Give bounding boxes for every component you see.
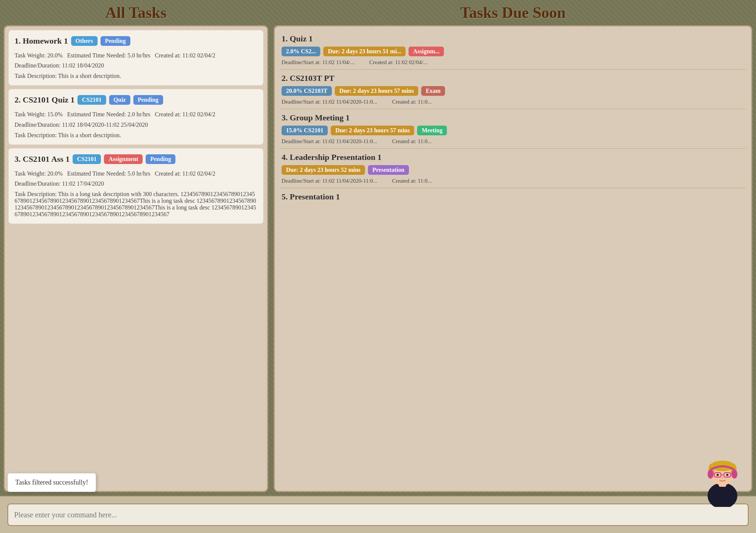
- due-task-badges: Due: 2 days 23 hours 52 minsPresentation: [282, 165, 744, 175]
- due-deadline: Deadline/Start at: 11:02 11/04/2020-11:0…: [282, 138, 377, 145]
- right-panel-title: Tasks Due Soon: [274, 4, 752, 22]
- due-task-badge[interactable]: Presentation: [368, 165, 409, 175]
- svg-point-11: [721, 477, 724, 479]
- svg-point-12: [708, 470, 714, 479]
- due-task-card: 4. Leadership Presentation 1Due: 2 days …: [280, 149, 746, 188]
- task-header: 1. Homework 1OthersPending: [15, 36, 257, 46]
- due-task-title: 2. CS2103T PT: [282, 73, 744, 83]
- task-badge[interactable]: Pending: [133, 95, 163, 105]
- due-task-badges: 20.0% CS2103TDue: 2 days 23 hours 57 min…: [282, 86, 744, 96]
- due-task-badge[interactable]: 2.0% CS2...: [282, 47, 320, 56]
- due-task-badges: 15.0% CS2101Due: 2 days 23 hours 57 mins…: [282, 126, 744, 135]
- due-task-badges: 2.0% CS2...Due: 2 days 23 hours 51 mi...…: [282, 47, 744, 56]
- svg-point-10: [726, 474, 728, 476]
- task-info: Task Weight: 20.0% Estimated Time Needed…: [15, 50, 257, 70]
- bottom-bar: Tasks filtered successfully!: [0, 496, 756, 533]
- toast-notification: Tasks filtered successfully!: [7, 473, 96, 492]
- task-description: Task Description: This is a long task de…: [15, 191, 257, 218]
- task-title: 3. CS2101 Ass 1: [15, 154, 70, 164]
- due-task-badge[interactable]: Assignm...: [409, 47, 444, 56]
- task-badge[interactable]: CS2101: [77, 95, 106, 105]
- due-deadline: Deadline/Start at: 11:02 11/04/2020-11:0…: [282, 178, 377, 184]
- due-task-title: 5. Presentation 1: [282, 192, 744, 202]
- due-created: Created at: 11:0...: [392, 99, 432, 105]
- due-task-card: 1. Quiz 12.0% CS2...Due: 2 days 23 hours…: [280, 30, 746, 70]
- due-task-badge[interactable]: 20.0% CS2103T: [282, 86, 332, 96]
- task-title: 2. CS2101 Quiz 1: [15, 95, 74, 105]
- due-created: Created at: 11:0...: [392, 178, 432, 184]
- due-task-badge[interactable]: Exam: [421, 86, 445, 96]
- task-card: 2. CS2101 Quiz 1CS2101QuizPendingTask We…: [9, 89, 263, 144]
- left-panel-title: All Tasks: [4, 4, 268, 22]
- task-badge[interactable]: Pending: [146, 154, 175, 164]
- due-task-badge[interactable]: 15.0% CS2101: [282, 126, 328, 135]
- task-title: 1. Homework 1: [15, 36, 68, 46]
- due-task-title: 4. Leadership Presentation 1: [282, 152, 744, 162]
- due-task-badge[interactable]: Meeting: [417, 126, 447, 135]
- due-task-title: 1. Quiz 1: [282, 34, 744, 44]
- due-task-card: 2. CS2103T PT20.0% CS2103TDue: 2 days 23…: [280, 70, 746, 109]
- due-task-badge[interactable]: Due: 2 days 23 hours 51 mi...: [323, 47, 406, 56]
- task-header: 2. CS2101 Quiz 1CS2101QuizPending: [15, 95, 257, 105]
- task-badge[interactable]: Assignment: [104, 154, 143, 164]
- due-task-meta: Deadline/Start at: 11:02 11/04/2020-11:0…: [282, 178, 744, 184]
- task-badge[interactable]: Pending: [101, 36, 130, 46]
- task-description: Task Description: This is a short descri…: [15, 132, 257, 139]
- due-created: Created at: 11:0...: [392, 138, 432, 145]
- due-task-meta: Deadline/Start at: 11:02 11/04/2020-11:0…: [282, 99, 744, 105]
- task-badge[interactable]: Others: [71, 36, 98, 46]
- task-info: Task Weight: 20.0% Estimated Time Needed…: [15, 168, 257, 189]
- due-task-badge[interactable]: Due: 2 days 23 hours 52 mins: [282, 165, 365, 175]
- due-task-meta: Deadline/Start at: 11:02 11/04/2020-11:0…: [282, 138, 744, 145]
- due-task-title: 3. Group Meeting 1: [282, 113, 744, 123]
- task-header: 3. CS2101 Ass 1CS2101AssignmentPending: [15, 154, 257, 164]
- task-badge[interactable]: Quiz: [109, 95, 130, 105]
- svg-point-9: [717, 474, 719, 476]
- due-task-meta: Deadline/Start at: 11:02 11/04/...Create…: [282, 59, 744, 66]
- task-info: Task Weight: 15.0% Estimated Time Needed…: [15, 109, 257, 129]
- task-badge[interactable]: CS2101: [73, 154, 101, 164]
- due-created: Created at: 11:02 02/04/...: [369, 59, 428, 66]
- due-soon-container[interactable]: 1. Quiz 12.0% CS2...Due: 2 days 23 hours…: [274, 25, 752, 492]
- all-tasks-container[interactable]: 1. Homework 1OthersPendingTask Weight: 2…: [4, 25, 268, 492]
- command-input[interactable]: [7, 504, 749, 526]
- task-card: 3. CS2101 Ass 1CS2101AssignmentPendingTa…: [9, 148, 263, 224]
- task-card: 1. Homework 1OthersPendingTask Weight: 2…: [9, 30, 263, 85]
- avatar: [700, 447, 745, 507]
- right-panel: Tasks Due Soon 1. Quiz 12.0% CS2...Due: …: [272, 0, 756, 496]
- left-panel: All Tasks 1. Homework 1OthersPendingTask…: [0, 0, 272, 496]
- due-task-card: 3. Group Meeting 115.0% CS2101Due: 2 day…: [280, 109, 746, 149]
- due-task-badge[interactable]: Due: 2 days 23 hours 57 mins: [331, 126, 414, 135]
- svg-point-13: [731, 470, 737, 479]
- due-deadline: Deadline/Start at: 11:02 11/04/...: [282, 59, 355, 66]
- task-description: Task Description: This is a short descri…: [15, 73, 257, 79]
- due-task-badge[interactable]: Due: 2 days 23 hours 57 mins: [335, 86, 418, 96]
- due-task-card: 5. Presentation 1: [280, 188, 746, 208]
- due-deadline: Deadline/Start at: 11:02 11/04/2020-11:0…: [282, 99, 377, 105]
